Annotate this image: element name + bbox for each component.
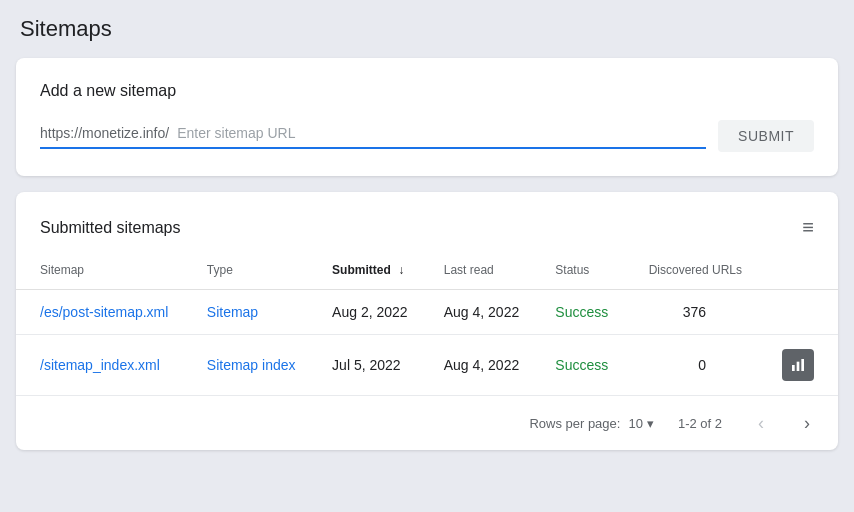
sitemaps-table-container: Sitemap Type Submitted ↓ Last read Statu… (16, 255, 838, 450)
add-sitemap-row: https://monetize.info/ SUBMIT (40, 120, 814, 152)
col-header-discovered-urls: Discovered URLs (627, 255, 766, 290)
prev-page-button[interactable]: ‹ (746, 408, 776, 438)
sort-arrow-icon: ↓ (398, 263, 404, 277)
cell-last-read-1: Aug 4, 2022 (428, 335, 540, 396)
cell-type-0: Sitemap (191, 290, 316, 335)
filter-icon[interactable]: ≡ (802, 216, 814, 239)
cell-discovered-0: 376 (627, 290, 766, 335)
cell-sitemap-0[interactable]: /es/post-sitemap.xml (16, 290, 191, 335)
col-header-action (766, 255, 838, 290)
chart-button-1[interactable] (782, 349, 814, 381)
table-row: /sitemap_index.xml Sitemap index Jul 5, … (16, 335, 838, 396)
table-row: /es/post-sitemap.xml Sitemap Aug 2, 2022… (16, 290, 838, 335)
cell-type-1: Sitemap index (191, 335, 316, 396)
col-header-last-read: Last read (428, 255, 540, 290)
sitemap-url-input[interactable] (169, 123, 706, 143)
cell-sitemap-1[interactable]: /sitemap_index.xml (16, 335, 191, 396)
page-info: 1-2 of 2 (678, 416, 722, 431)
table-header-row: Sitemap Type Submitted ↓ Last read Statu… (16, 255, 838, 290)
add-sitemap-card: Add a new sitemap https://monetize.info/… (16, 58, 838, 176)
add-sitemap-title: Add a new sitemap (40, 82, 814, 100)
col-header-status: Status (539, 255, 627, 290)
col-header-type: Type (191, 255, 316, 290)
cell-discovered-1: 0 (627, 335, 766, 396)
submitted-sitemaps-card: Submitted sitemaps ≡ Sitemap Type Submit… (16, 192, 838, 450)
svg-rect-2 (801, 359, 804, 371)
chevron-down-icon: ▾ (647, 416, 654, 431)
sitemaps-table: Sitemap Type Submitted ↓ Last read Statu… (16, 255, 838, 395)
submitted-sitemaps-title: Submitted sitemaps (40, 219, 181, 237)
cell-status-1: Success (539, 335, 627, 396)
cell-action-0 (766, 290, 838, 335)
submitted-sitemaps-header: Submitted sitemaps ≡ (16, 216, 838, 255)
cell-submitted-0: Aug 2, 2022 (316, 290, 428, 335)
page-title: Sitemaps (16, 16, 838, 42)
svg-rect-1 (797, 362, 800, 371)
url-prefix: https://monetize.info/ (40, 125, 169, 141)
rows-per-page-select[interactable]: 10 ▾ (628, 416, 653, 431)
rows-per-page-control: Rows per page: 10 ▾ (529, 416, 654, 431)
submit-button[interactable]: SUBMIT (718, 120, 814, 152)
svg-rect-0 (792, 365, 795, 371)
col-header-submitted[interactable]: Submitted ↓ (316, 255, 428, 290)
table-body: /es/post-sitemap.xml Sitemap Aug 2, 2022… (16, 290, 838, 396)
cell-status-0: Success (539, 290, 627, 335)
cell-last-read-0: Aug 4, 2022 (428, 290, 540, 335)
cell-action-1 (766, 335, 838, 396)
rows-per-page-value: 10 (628, 416, 642, 431)
col-header-sitemap: Sitemap (16, 255, 191, 290)
cell-submitted-1: Jul 5, 2022 (316, 335, 428, 396)
url-input-wrapper: https://monetize.info/ (40, 123, 706, 149)
rows-per-page-label: Rows per page: (529, 416, 620, 431)
next-page-button[interactable]: › (792, 408, 822, 438)
table-footer: Rows per page: 10 ▾ 1-2 of 2 ‹ › (16, 395, 838, 450)
